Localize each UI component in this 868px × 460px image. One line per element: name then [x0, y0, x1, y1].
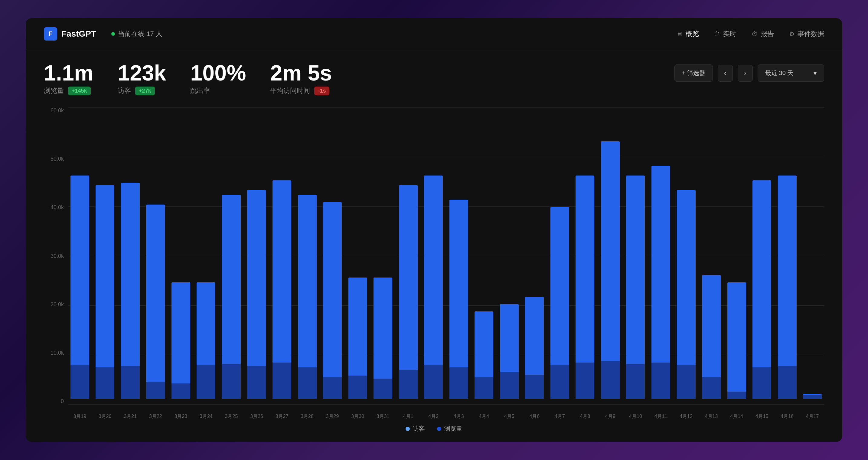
bar-bottom [298, 367, 317, 399]
x-axis-label: 3月24 [194, 413, 218, 420]
y-axis-label: 60.0k [44, 108, 68, 114]
bar-top [677, 190, 695, 365]
y-axis-label: 0 [44, 398, 68, 405]
stat-badge-avg-time: -1s [314, 87, 329, 95]
bar-stack [601, 141, 620, 399]
bar-bottom [474, 377, 493, 399]
bar-top [273, 180, 291, 363]
y-axis-label: 10.0k [44, 350, 68, 356]
x-axis-label: 4月10 [624, 413, 648, 420]
bar-bottom [551, 365, 569, 399]
x-axis-label: 3月30 [346, 413, 370, 420]
stat-badge-pageviews: +145k [68, 87, 91, 95]
legend-pageviews: 浏览量 [437, 425, 462, 433]
bar-stack [702, 275, 721, 399]
bar-top [146, 205, 165, 382]
stats-row: 1.1m 浏览量 +145k 123k 访客 +27k 100% 跳出率 2m … [26, 50, 842, 105]
nav-item-overview[interactable]: 🖥 概览 [677, 29, 699, 38]
legend-label-pageviews: 浏览量 [444, 425, 462, 433]
date-range-label: 最近 30 天 [765, 69, 793, 77]
bar-top [576, 175, 594, 363]
logo-area: F FastGPT [44, 27, 96, 40]
bar-bottom [373, 379, 392, 399]
bar-stack [576, 175, 594, 399]
bar-bottom [702, 377, 721, 399]
y-axis-label: 20.0k [44, 301, 68, 308]
bar-group [194, 108, 218, 399]
bar-bottom [348, 376, 367, 399]
bar-group [725, 108, 748, 399]
bar-bottom [752, 367, 771, 399]
x-axis-label: 4月17 [801, 413, 824, 420]
bar-stack [348, 278, 367, 399]
date-selector[interactable]: 最近 30 天 ▾ [757, 64, 824, 82]
online-status: 当前在线 17 人 [118, 29, 162, 38]
bar-stack [121, 183, 140, 399]
nav-label-realtime: 实时 [723, 29, 737, 38]
bar-bottom [626, 364, 645, 399]
y-axis: 010.0k20.0k30.0k40.0k50.0k60.0k [44, 108, 68, 420]
monitor-icon: 🖥 [677, 31, 683, 37]
stat-label-row-visitors: 访客 +27k [118, 86, 166, 95]
prev-icon: ‹ [724, 69, 726, 77]
bar-top [96, 185, 114, 367]
nav-item-report[interactable]: ⏱ 报告 [751, 29, 774, 38]
bar-bottom [323, 377, 342, 399]
bar-top [121, 183, 140, 366]
bars-area [68, 108, 824, 414]
bar-group [422, 108, 445, 399]
bar-bottom [803, 395, 822, 399]
nav-item-realtime[interactable]: ⏱ 实时 [714, 29, 737, 38]
bar-stack [651, 166, 670, 399]
x-axis-label: 4月6 [523, 413, 547, 420]
x-axis-label: 4月11 [649, 413, 673, 420]
bar-stack [373, 278, 392, 399]
nav-item-events[interactable]: ⚙ 事件数据 [789, 29, 824, 38]
x-axis-label: 4月13 [700, 413, 723, 420]
bar-stack [778, 175, 797, 399]
x-axis-label: 4月5 [497, 413, 521, 420]
bar-stack [626, 175, 645, 399]
bar-stack [196, 282, 215, 399]
logo-text: FastGPT [61, 29, 96, 39]
filter-button[interactable]: + 筛选器 [675, 64, 713, 82]
bar-top [551, 207, 569, 365]
stat-label-pageviews: 浏览量 [44, 86, 64, 95]
bar-group [447, 108, 471, 399]
bar-bottom [450, 367, 468, 399]
bar-bottom [222, 364, 241, 399]
chevron-down-icon: ▾ [813, 69, 816, 77]
legend-dot-pageviews [437, 427, 441, 431]
bar-group [700, 108, 723, 399]
bar-group [598, 108, 622, 399]
bar-group [93, 108, 117, 399]
x-axis-label: 4月12 [675, 413, 698, 420]
bar-top [373, 278, 392, 379]
x-axis-label: 4月14 [725, 413, 748, 420]
bar-stack [70, 175, 89, 399]
bar-stack [399, 185, 418, 399]
bar-top [500, 304, 519, 372]
bar-bottom [500, 372, 519, 399]
x-axis-label: 4月2 [422, 413, 445, 420]
bar-bottom [273, 363, 291, 399]
x-axis-label: 3月25 [220, 413, 243, 420]
bar-stack [96, 185, 114, 399]
header: F FastGPT 当前在线 17 人 🖥 概览 ⏱ 实时 ⏱ 报告 ⚙ 事件数… [26, 18, 842, 50]
bar-top [323, 202, 342, 377]
stat-pageviews: 1.1m 浏览量 +145k [44, 62, 93, 95]
bar-top [601, 141, 620, 361]
stat-label-row-avg-time: 平均访问时间 -1s [270, 86, 332, 95]
bar-top [450, 200, 468, 367]
x-axis-label: 3月19 [68, 413, 92, 420]
x-labels: 3月193月203月213月223月233月243月253月263月273月28… [68, 413, 824, 420]
bar-bottom [424, 365, 443, 399]
x-axis-label: 3月28 [296, 413, 319, 420]
bar-group [320, 108, 344, 399]
stat-label-visitors: 访客 [118, 86, 131, 95]
chart-legend: 访客 浏览量 [44, 420, 824, 436]
stat-label-row-bounce: 跳出率 [190, 86, 246, 95]
stat-avg-time: 2m 5s 平均访问时间 -1s [270, 62, 332, 95]
next-button[interactable]: › [738, 65, 753, 82]
prev-button[interactable]: ‹ [718, 65, 733, 82]
